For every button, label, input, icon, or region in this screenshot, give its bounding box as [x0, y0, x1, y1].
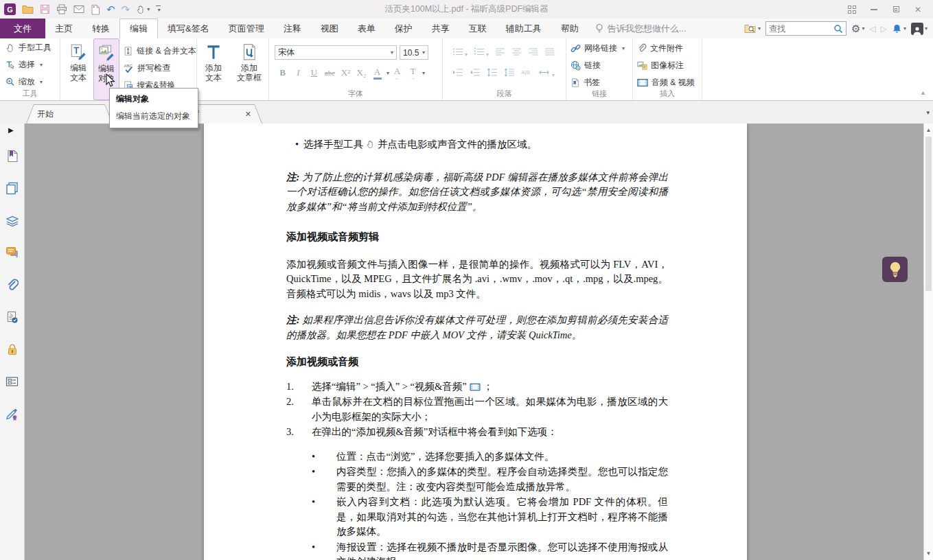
tooltip-description: 编辑当前选定的对象 — [116, 110, 192, 122]
tab-edit[interactable]: 编辑 — [119, 19, 158, 38]
numbered-list-button[interactable]: ▾ — [474, 47, 489, 59]
minimize-button[interactable] — [863, 2, 885, 17]
tab-file[interactable]: 文件 — [0, 19, 45, 38]
email-button[interactable] — [73, 3, 84, 16]
audio-video-button[interactable]: 音频 & 视频 — [633, 75, 702, 90]
add-article-box-button[interactable]: 添加文章框 — [232, 38, 266, 100]
search-scope-button[interactable]: ▾ — [744, 22, 761, 36]
tab-fill-sign[interactable]: 填写&签名 — [158, 19, 219, 38]
file-attachment-button[interactable]: 文件附件 — [633, 40, 702, 56]
tab-protect[interactable]: 保护 — [385, 19, 422, 38]
search-icon[interactable] — [833, 24, 843, 34]
subscript-button[interactable]: X₂ — [354, 67, 369, 78]
tab-page-organize[interactable]: 页面管理 — [219, 19, 274, 38]
collapse-ribbon-button[interactable]: ▲ — [920, 89, 926, 96]
font-color-button[interactable]: A — [369, 67, 385, 80]
chevron-down-icon: ▾ — [862, 25, 864, 32]
align-justify-button[interactable] — [544, 47, 555, 59]
signatures-panel-button[interactable] — [5, 310, 20, 324]
link-button[interactable]: 链接 — [566, 58, 632, 73]
char-spacing-button[interactable]: A↔ — [389, 66, 405, 80]
select-tool-button[interactable]: 选择 ▾ — [0, 57, 60, 73]
pages-panel-button[interactable] — [5, 181, 20, 195]
close-button[interactable]: ✕ — [907, 2, 929, 17]
layers-panel-button[interactable] — [5, 213, 20, 227]
account-button[interactable]: ▾ — [911, 22, 928, 36]
hand-tool-quick-button[interactable]: ▾ — [136, 3, 150, 16]
tell-me-box[interactable]: 告诉我您想做什么... — [588, 19, 693, 38]
indent-increase-button[interactable] — [452, 67, 463, 80]
expand-panel-icon[interactable]: ▶ — [0, 126, 14, 134]
close-document-icon[interactable]: ✕ — [245, 110, 262, 119]
line-spacing-button[interactable] — [487, 67, 498, 80]
tab-share[interactable]: 共享 — [422, 19, 459, 38]
create-pdf-button[interactable] — [91, 3, 100, 16]
superscript-button[interactable]: X² — [338, 67, 354, 78]
kerning-button[interactable]: A|B — [521, 67, 533, 80]
restore-button[interactable] — [885, 2, 907, 17]
font-family-select[interactable]: 宋体 ▾ — [275, 45, 397, 60]
scroll-down-button[interactable]: ▼ — [924, 548, 933, 559]
font-size-select[interactable]: 10.5 ▾ — [400, 45, 428, 60]
tab-connect[interactable]: 互联 — [459, 19, 496, 38]
attachments-panel-button[interactable] — [5, 278, 20, 292]
align-center-button[interactable] — [511, 47, 522, 59]
tab-accessibility[interactable]: 辅助工具 — [496, 19, 551, 38]
select-tool-label: 选择 — [19, 59, 35, 71]
comments-panel-button[interactable] — [5, 246, 20, 259]
open-file-button[interactable] — [22, 3, 34, 16]
customize-quick-access-button[interactable]: ▾ — [156, 3, 161, 16]
arrange-windows-button[interactable] — [841, 2, 863, 17]
zoom-tool-button[interactable]: 缩放 ▾ — [0, 74, 60, 90]
tab-convert[interactable]: 转换 — [82, 19, 119, 38]
redo-button[interactable]: ↷ — [122, 3, 130, 16]
find-input[interactable] — [769, 24, 833, 34]
underline-button[interactable]: U — [306, 67, 322, 78]
bookmark-button[interactable]: 书签 — [566, 75, 632, 90]
fields-panel-button[interactable] — [5, 375, 20, 388]
save-button[interactable] — [40, 3, 50, 16]
bold-button[interactable]: B — [275, 67, 290, 78]
tab-help[interactable]: 帮助 — [551, 19, 588, 38]
indent-decrease-button[interactable] — [470, 67, 481, 80]
start-tab[interactable]: 开始 — [26, 104, 113, 124]
color-swatch — [373, 78, 382, 80]
char-scale-button[interactable]: T→ — [405, 66, 421, 80]
notifications-button[interactable]: ▾ — [892, 22, 906, 36]
vertical-scrollbar[interactable]: ▲ ▼ — [923, 124, 933, 560]
document-canvas[interactable]: • 选择手型工具并点击电影或声音文件的播放区域。 注: 为了防止您的计算机感染病… — [25, 124, 923, 560]
spell-check-button[interactable]: ABC 拼写检查 — [119, 60, 196, 75]
scroll-up-button[interactable]: ▲ — [924, 125, 933, 135]
settings-button[interactable]: ⚙ ▾ — [851, 22, 864, 36]
tab-list-dropdown[interactable]: ▾ — [926, 109, 930, 116]
history-back-button[interactable]: ◁ — [870, 24, 876, 34]
add-text-button[interactable]: 添加文本 — [199, 38, 228, 100]
fields-panel-icon — [5, 376, 19, 387]
tab-form[interactable]: 表单 — [348, 19, 385, 38]
image-annotation-button[interactable]: 图像标注 — [633, 58, 702, 73]
italic-button[interactable]: I — [290, 67, 306, 78]
link-merge-text-button[interactable]: 链接 & 合并文本 — [119, 43, 196, 58]
paragraph-spacing-button[interactable] — [504, 67, 515, 80]
assistant-button[interactable] — [882, 257, 908, 282]
print-button[interactable] — [56, 3, 67, 16]
tab-comment[interactable]: 注释 — [274, 19, 311, 38]
digital-sign-panel-button[interactable] — [5, 407, 20, 421]
edit-text-button[interactable]: 编辑文本 — [65, 38, 92, 100]
new-document-icon — [91, 4, 100, 15]
hand-tool-button[interactable]: 手型工具 — [0, 40, 60, 56]
bookmarks-panel-button[interactable] — [5, 149, 20, 163]
align-right-button[interactable] — [528, 47, 538, 59]
strikethrough-button[interactable]: abc — [322, 69, 338, 77]
tab-home[interactable]: 主页 — [45, 19, 82, 38]
web-link-button[interactable]: 网络链接 ▾ — [566, 40, 632, 56]
char-horizontal-scale-button[interactable]: ▾ — [539, 67, 555, 80]
history-forward-button[interactable]: ▷ — [881, 24, 887, 34]
security-panel-button[interactable] — [5, 342, 20, 356]
chevron-down-icon: ▾ — [391, 49, 393, 56]
bullet-list-button[interactable]: ▾ — [452, 47, 468, 59]
align-left-button[interactable] — [495, 47, 505, 59]
scrollbar-thumb[interactable] — [925, 137, 932, 291]
undo-button[interactable]: ↶ — [106, 3, 115, 16]
tab-view[interactable]: 视图 — [311, 19, 348, 38]
